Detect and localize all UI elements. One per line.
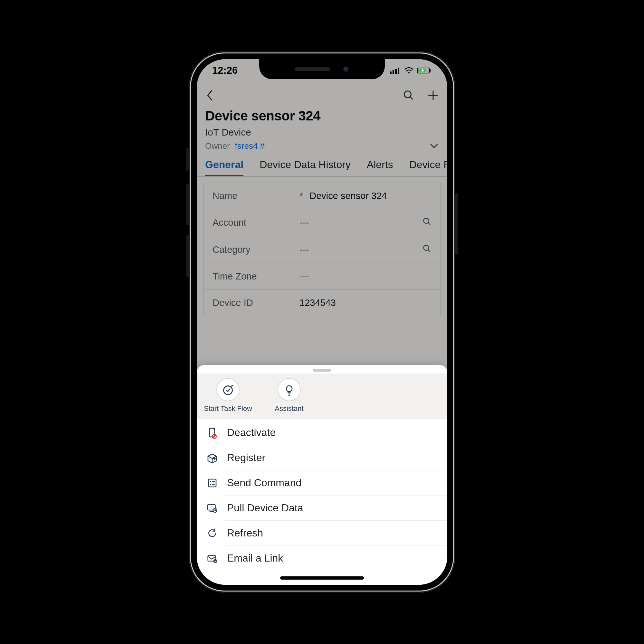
svg-line-15 [428, 250, 430, 252]
phone-frame: 12:26 [189, 52, 455, 592]
action-sheet: Start Task Flow Ass [197, 365, 447, 585]
lookup-icon[interactable] [422, 244, 431, 255]
svg-line-13 [428, 223, 430, 225]
add-button[interactable] [427, 90, 439, 102]
svg-point-16 [224, 386, 232, 395]
task-flow-icon [222, 384, 234, 398]
svg-point-23 [210, 484, 211, 485]
action-send-command[interactable]: Send Command [197, 470, 447, 495]
tabs: General Device Data History Alerts Devic… [197, 156, 447, 177]
svg-rect-26 [208, 505, 215, 510]
front-camera [343, 66, 349, 72]
action-deactivate[interactable]: Deactivate [197, 420, 447, 445]
home-indicator[interactable] [280, 576, 364, 580]
search-button[interactable] [403, 90, 414, 102]
field-category[interactable]: Category --- [204, 236, 440, 263]
expand-header-button[interactable] [429, 142, 439, 150]
action-email-a-link[interactable]: Email a Link [197, 546, 447, 571]
field-label: Time Zone [213, 271, 299, 282]
lightbulb-icon [284, 384, 294, 398]
refresh-icon [206, 527, 218, 539]
tab-device-data-history[interactable]: Device Data History [260, 159, 351, 176]
action-label: Register [227, 452, 265, 464]
clock: 12:26 [212, 65, 238, 76]
field-value: --- [299, 244, 422, 255]
action-refresh[interactable]: Refresh [197, 521, 447, 545]
field-value: Device sensor 324 [309, 191, 431, 201]
svg-rect-3 [398, 68, 399, 74]
action-label: Pull Device Data [227, 502, 303, 514]
battery-charging-icon [417, 67, 432, 74]
volume-up-button [186, 184, 189, 225]
field-label: Category [213, 244, 299, 255]
page-title: Device sensor 324 [205, 108, 439, 124]
owner-label: Owner [205, 141, 230, 151]
field-account[interactable]: Account --- [204, 209, 440, 236]
cellular-icon [390, 67, 401, 74]
svg-point-4 [408, 72, 410, 73]
shortcut-start-task-flow[interactable]: Start Task Flow [204, 378, 252, 413]
svg-rect-2 [395, 69, 397, 74]
svg-rect-21 [208, 479, 216, 487]
email-link-icon [206, 553, 218, 564]
tab-alerts[interactable]: Alerts [367, 159, 393, 176]
action-label: Send Command [227, 477, 301, 489]
shortcut-label: Start Task Flow [204, 404, 252, 413]
svg-point-22 [210, 481, 211, 482]
deactivate-icon [206, 427, 218, 439]
field-label: Name [213, 191, 299, 201]
back-button[interactable] [205, 89, 215, 103]
pull-data-icon [206, 502, 218, 514]
field-label: Device ID [213, 298, 299, 308]
svg-rect-6 [430, 70, 431, 71]
shortcut-assistant[interactable]: Assistant [265, 378, 313, 413]
tab-device-r[interactable]: Device R [409, 159, 447, 176]
register-icon [206, 452, 218, 464]
volume-down-button [186, 235, 189, 277]
svg-rect-1 [393, 70, 394, 74]
svg-line-9 [410, 97, 413, 99]
send-command-icon [206, 477, 218, 489]
speaker [295, 67, 330, 71]
shortcut-label: Assistant [275, 404, 303, 413]
field-value: --- [299, 217, 422, 228]
action-pull-device-data[interactable]: Pull Device Data [197, 496, 447, 520]
action-label: Refresh [227, 527, 263, 539]
required-marker: * [299, 191, 303, 201]
wifi-icon [404, 67, 414, 74]
field-name[interactable]: Name * Device sensor 324 [204, 183, 440, 209]
field-value: --- [299, 271, 431, 282]
field-label: Account [213, 217, 299, 228]
record-type: IoT Device [205, 127, 439, 138]
field-value: 1234543 [299, 298, 431, 308]
tab-general[interactable]: General [205, 159, 243, 177]
action-label: Email a Link [227, 552, 283, 564]
field-device-id[interactable]: Device ID 1234543 [204, 290, 440, 316]
fields-card: Name * Device sensor 324 Account --- Cat… [203, 183, 441, 316]
notch [259, 59, 385, 79]
mute-switch [186, 148, 189, 171]
owner-link[interactable]: fsres4 # [235, 141, 265, 151]
svg-rect-0 [390, 71, 392, 74]
sheet-grab-handle[interactable] [313, 369, 331, 372]
lookup-icon[interactable] [422, 217, 431, 228]
action-register[interactable]: Register [197, 445, 447, 470]
action-label: Deactivate [227, 427, 276, 439]
field-timezone[interactable]: Time Zone --- [204, 263, 440, 290]
power-button [455, 193, 458, 254]
